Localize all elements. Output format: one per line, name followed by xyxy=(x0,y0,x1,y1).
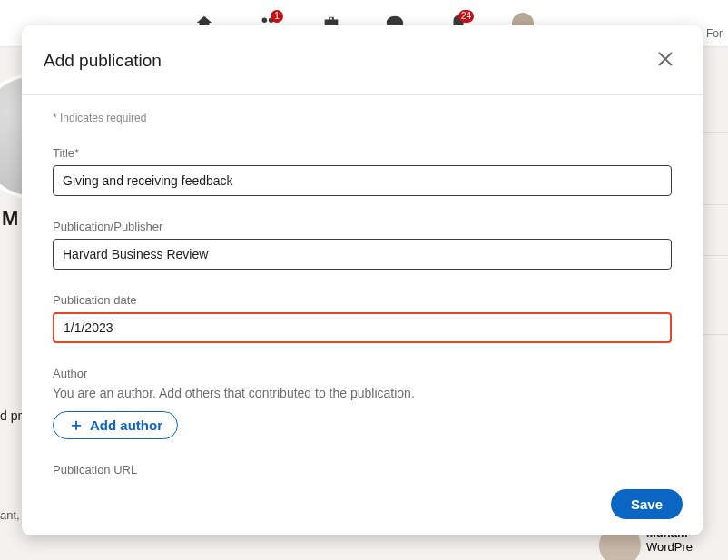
publisher-input[interactable] xyxy=(53,239,672,270)
publication-date-input[interactable] xyxy=(53,312,672,343)
required-hint: * Indicates required xyxy=(53,112,672,124)
suggestion-sub: WordPre xyxy=(646,540,693,554)
author-subtext: You are an author. Add others that contr… xyxy=(53,386,672,400)
for-business-label: For xyxy=(706,27,723,40)
network-badge: 1 xyxy=(271,10,283,23)
notifications-badge: 24 xyxy=(458,10,474,23)
title-label: Title* xyxy=(53,146,672,160)
close-button[interactable] xyxy=(650,44,681,78)
ant-fragment: ant, xyxy=(0,508,20,522)
author-label: Author xyxy=(53,367,672,380)
add-author-button[interactable]: ＋ Add author xyxy=(53,411,178,439)
modal-header: Add publication xyxy=(22,25,703,94)
modal-footer: Save xyxy=(22,478,703,535)
date-label: Publication date xyxy=(53,293,672,307)
publisher-label: Publication/Publisher xyxy=(53,220,672,233)
add-author-label: Add author xyxy=(90,418,162,433)
add-profile-fragment: d pr xyxy=(0,408,22,423)
field-author: Author You are an author. Add others tha… xyxy=(53,367,672,439)
title-input[interactable] xyxy=(53,165,672,196)
field-publisher: Publication/Publisher xyxy=(53,220,672,270)
modal-body-scroll[interactable]: * Indicates required Title* Publication/… xyxy=(22,95,703,478)
svg-point-0 xyxy=(262,17,268,22)
close-icon xyxy=(655,49,675,69)
url-label: Publication URL xyxy=(53,463,672,476)
field-title: Title* xyxy=(53,146,672,196)
field-url: Publication URL xyxy=(53,463,672,478)
field-date: Publication date xyxy=(53,293,672,343)
add-publication-modal: Add publication * Indicates required Tit… xyxy=(22,25,703,535)
save-button[interactable]: Save xyxy=(611,489,683,519)
modal-title: Add publication xyxy=(44,51,162,71)
